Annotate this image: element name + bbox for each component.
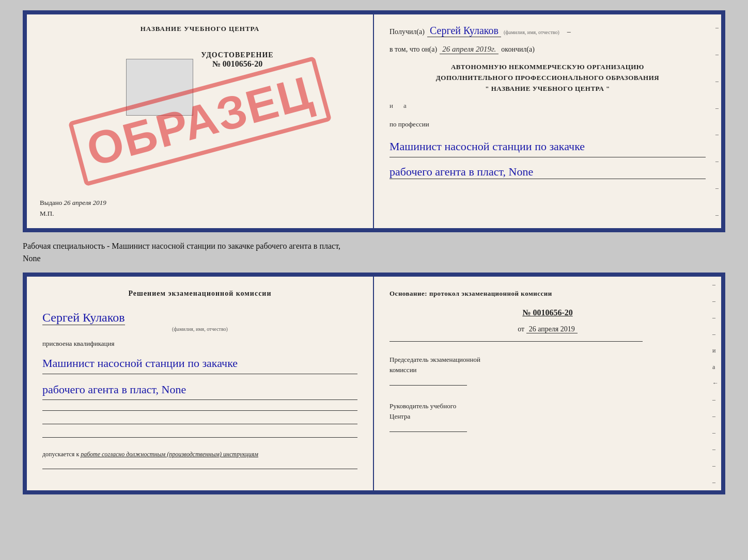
- dopusk-text: работе согласно должностным (производств…: [81, 451, 258, 458]
- auto-line3: " НАЗВАНИЕ УЧЕБНОГО ЦЕНТРА ": [389, 84, 706, 94]
- cert-section: УДОСТОВЕРЕНИЕ № 0010656-20: [126, 43, 273, 116]
- auto-block: АВТОНОМНУЮ НЕКОММЕРЧЕСКУЮ ОРГАНИЗАЦИЮ ДО…: [389, 62, 706, 94]
- osnov-title: Основание: протокол экзаменационной коми…: [389, 290, 706, 298]
- bottom-document: Решением экзаменационной комиссии Сергей…: [23, 273, 725, 494]
- vydano-line: Выдано 26 апреля 2019: [40, 199, 360, 207]
- blank-line-bottom: [42, 469, 357, 469]
- ot-date-block: от 26 апреля 2019: [389, 325, 706, 333]
- middle-text-block: Рабочая специальность - Машинист насосно…: [23, 237, 725, 267]
- top-doc-right: Получил(а) Сергей Кулаков (фамилия, имя,…: [374, 14, 721, 228]
- bottom-fio-subtitle: (фамилия, имя, отчество): [42, 326, 357, 332]
- profession-bottom-line2: рабочего агента в пласт, None: [42, 379, 357, 401]
- rukovoditel-sign-line: [389, 431, 467, 432]
- photo-placeholder: [126, 59, 193, 116]
- mp-line: М.П.: [40, 210, 360, 218]
- predsedatel-block: Председатель экзаменационной комиссии: [389, 355, 706, 386]
- poluchil-label: Получил(а): [389, 28, 425, 36]
- protocol-num: № 0010656-20: [389, 308, 706, 317]
- po-professii-label: по профессии: [389, 120, 706, 129]
- poluchil-line: Получил(а) Сергей Кулаков (фамилия, имя,…: [389, 25, 706, 37]
- vtom-date: 26 апреля 2019г.: [440, 45, 498, 54]
- profession-line1-top: Машинист насосной станции по закачке: [389, 136, 706, 157]
- top-document: НАЗВАНИЕ УЧЕБНОГО ЦЕНТРА ОБРАЗЕЦ УДОСТОВ…: [23, 10, 725, 232]
- i-label: и: [389, 102, 393, 110]
- right-dashes-bottom: –––– иа← –––– ––: [712, 277, 719, 490]
- blank-line-2: [42, 424, 357, 424]
- bottom-doc-right: Основание: протокол экзаменационной коми…: [374, 277, 721, 490]
- predsedatel-sign-line: [389, 385, 467, 386]
- bottom-name: Сергей Кулаков: [42, 311, 125, 325]
- resheniem-title: Решением экзаменационной комиссии: [42, 290, 357, 298]
- blank-line-1: [42, 410, 357, 411]
- udost-title: УДОСТОВЕРЕНИЕ: [201, 51, 273, 59]
- profession-line2-top: рабочего агента в пласт, None: [389, 165, 706, 179]
- vtom-line: в том, что он(а) 26 апреля 2019г. окончи…: [389, 45, 706, 54]
- udost-block: УДОСТОВЕРЕНИЕ № 0010656-20: [201, 51, 273, 116]
- dopusk-prefix: допускается к: [42, 451, 79, 458]
- rukovoditel-block: Руководитель учебного Центра: [389, 401, 706, 432]
- poluchil-name: Сергей Кулаков: [427, 25, 501, 37]
- predsedatel-title: Председатель экзаменационной комиссии: [389, 355, 706, 375]
- auto-line1: АВТОНОМНУЮ НЕКОММЕРЧЕСКУЮ ОРГАНИЗАЦИЮ: [389, 62, 706, 73]
- vtom-label: в том, что он(а): [389, 45, 437, 54]
- i-a-labels: и а: [389, 102, 706, 110]
- dopusk-block: допускается к работе согласно должностны…: [42, 451, 357, 458]
- bottom-name-block: Сергей Кулаков (фамилия, имя, отчество): [42, 308, 357, 332]
- vydano-date: 26 апреля 2019: [64, 199, 106, 206]
- ot-date-value: 26 апреля 2019: [526, 325, 578, 333]
- blank-line-3: [42, 437, 357, 438]
- middle-text-line2: None: [23, 254, 41, 263]
- vydano-label: Выдано: [40, 199, 62, 206]
- ot-prefix: от: [518, 325, 524, 333]
- top-left-title: НАЗВАНИЕ УЧЕБНОГО ЦЕНТРА: [141, 25, 260, 33]
- fio-subtitle-top: (фамилия, имя, отчество): [504, 29, 559, 35]
- date-underline: [389, 341, 643, 342]
- top-doc-left: НАЗВАНИЕ УЧЕБНОГО ЦЕНТРА ОБРАЗЕЦ УДОСТОВ…: [27, 14, 374, 228]
- prisvoena-text: присвоена квалификация: [42, 340, 357, 348]
- rukovoditel-text: Руководитель учебного Центра: [389, 402, 456, 420]
- okonchil-label: окончил(а): [501, 45, 535, 54]
- rukovoditel-title: Руководитель учебного Центра: [389, 401, 706, 421]
- bottom-doc-left: Решением экзаменационной комиссии Сергей…: [27, 277, 374, 490]
- udost-num: № 0010656-20: [201, 59, 273, 69]
- profession-bottom-line1: Машинист насосной станции по закачке: [42, 353, 357, 374]
- a-label: а: [403, 102, 407, 110]
- middle-text-line1: Рабочая специальность - Машинист насосно…: [23, 242, 340, 250]
- predsedatel-text: Председатель экзаменационной комиссии: [389, 356, 480, 374]
- auto-line2: ДОПОЛНИТЕЛЬНОГО ПРОФЕССИОНАЛЬНОГО ОБРАЗО…: [389, 73, 706, 84]
- right-dashes: –––– ––––: [715, 14, 719, 228]
- dash-right: –: [567, 28, 571, 36]
